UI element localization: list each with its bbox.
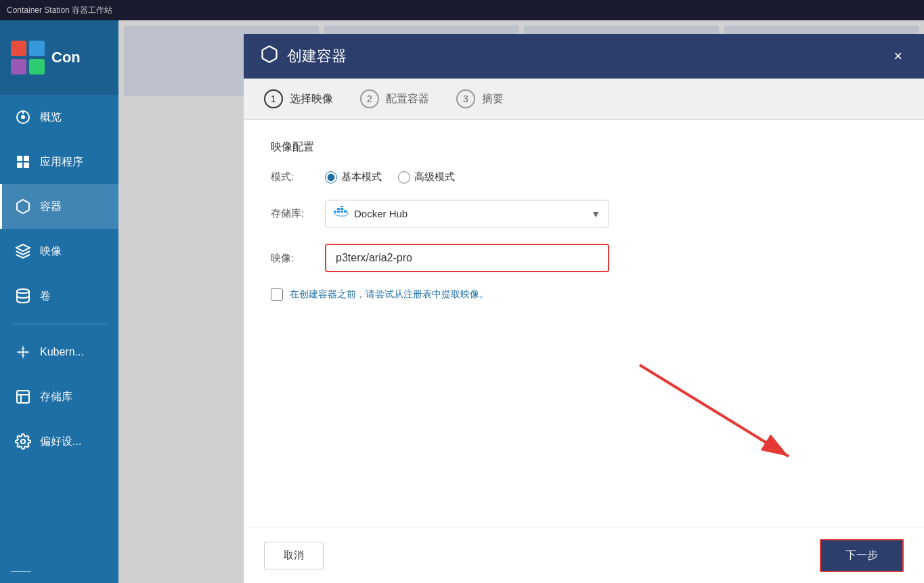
- dialog-title-icon: [260, 45, 279, 68]
- sidebar-item-apps[interactable]: 应用程序: [0, 139, 118, 184]
- chevron-down-icon: ▼: [591, 209, 600, 219]
- svg-point-5: [21, 115, 25, 119]
- sidebar-item-preferences[interactable]: 偏好设...: [0, 419, 118, 464]
- dialog: 创建容器 × 1 选择映像 2 配置容器 3 摘要: [244, 34, 924, 583]
- overview-icon: [13, 107, 33, 127]
- sidebar-label-apps: 应用程序: [40, 155, 83, 169]
- step-1: 1 选择映像: [264, 89, 333, 108]
- steps-bar: 1 选择映像 2 配置容器 3 摘要: [244, 79, 924, 120]
- checkbox-label[interactable]: 在创建容器之前，请尝试从注册表中提取映像。: [290, 288, 489, 301]
- sidebar-divider: [11, 324, 108, 324]
- mode-control: 基本模式 高级模式: [325, 171, 897, 183]
- sidebar-label-overview: 概览: [40, 110, 62, 125]
- titlebar-text: Container Station 容器工作站: [7, 5, 112, 16]
- svg-rect-0: [11, 41, 26, 56]
- dialog-footer: 取消 下一步: [244, 527, 924, 583]
- image-label: 映像:: [271, 252, 325, 265]
- sidebar-label-kubernetes: Kubern...: [40, 346, 84, 358]
- step-3: 3 摘要: [456, 89, 504, 108]
- svg-rect-19: [337, 211, 340, 213]
- sidebar-item-images[interactable]: 映像: [0, 229, 118, 274]
- svg-rect-9: [17, 163, 22, 168]
- titlebar: Container Station 容器工作站: [0, 0, 924, 20]
- main-content: 创建容器 × 1 选择映像 2 配置容器 3 摘要: [118, 20, 924, 583]
- arrow-annotation: [626, 351, 816, 473]
- registry-row: 存储库:: [271, 200, 897, 228]
- sidebar-label-images: 映像: [40, 244, 62, 259]
- logo-icon: [11, 41, 45, 74]
- svg-point-17: [21, 439, 25, 444]
- svg-rect-18: [334, 211, 336, 213]
- svg-marker-11: [16, 244, 30, 251]
- image-input-wrapper: [325, 244, 609, 272]
- radio-advanced-label: 高级模式: [414, 171, 455, 183]
- dialog-body: 映像配置 模式: 基本模式 高级模式: [244, 120, 924, 527]
- step-3-label: 摘要: [482, 92, 504, 106]
- sidebar-item-containers[interactable]: 容器: [0, 184, 118, 229]
- kubernetes-icon: [13, 342, 33, 362]
- registry-icon: [13, 387, 33, 407]
- step-1-number: 1: [264, 89, 283, 108]
- svg-line-26: [640, 365, 789, 456]
- registry-select-text: Docker Hub: [354, 208, 591, 219]
- sidebar-item-kubernetes[interactable]: Kubern...: [0, 330, 118, 374]
- svg-rect-10: [24, 163, 29, 168]
- svg-point-12: [17, 289, 29, 293]
- sidebar-item-overview[interactable]: 概览: [0, 95, 118, 139]
- svg-rect-3: [29, 59, 45, 74]
- sidebar-label-registry: 存储库: [40, 390, 72, 404]
- svg-rect-14: [17, 391, 29, 403]
- section-title: 映像配置: [271, 140, 897, 154]
- step-2: 2 配置容器: [360, 89, 429, 108]
- next-button[interactable]: 下一步: [820, 539, 904, 572]
- cancel-button[interactable]: 取消: [264, 542, 324, 569]
- logo-text: Con: [51, 49, 81, 66]
- svg-rect-7: [17, 156, 22, 161]
- docker-icon: [334, 206, 349, 221]
- svg-rect-22: [337, 208, 340, 210]
- svg-rect-1: [29, 41, 45, 56]
- radio-advanced[interactable]: 高级模式: [398, 171, 455, 183]
- image-control: [325, 244, 897, 272]
- dialog-title: 创建容器: [260, 45, 347, 68]
- step-2-label: 配置容器: [386, 92, 429, 106]
- step-1-label: 选择映像: [290, 92, 333, 106]
- sidebar-label-containers: 容器: [40, 200, 62, 214]
- svg-rect-2: [11, 59, 26, 74]
- radio-advanced-input[interactable]: [398, 171, 410, 183]
- sidebar-item-volumes[interactable]: 卷: [0, 274, 118, 318]
- preferences-icon: [13, 431, 33, 452]
- sidebar-item-registry[interactable]: 存储库: [0, 374, 118, 419]
- apps-icon: [13, 152, 33, 172]
- registry-control: Docker Hub ▼: [325, 200, 897, 228]
- mode-row: 模式: 基本模式 高级模式: [271, 171, 897, 183]
- sidebar-logo: Con: [0, 20, 118, 95]
- sidebar: Con 概览 应用程序 容器 映像: [0, 20, 118, 583]
- sidebar-label-preferences: 偏好设...: [40, 435, 81, 449]
- step-2-number: 2: [360, 89, 379, 108]
- dialog-title-text: 创建容器: [287, 46, 347, 66]
- fetch-image-checkbox[interactable]: [271, 288, 283, 301]
- app-container: Con 概览 应用程序 容器 映像: [0, 20, 924, 583]
- radio-basic[interactable]: 基本模式: [325, 171, 382, 183]
- images-icon: [13, 241, 33, 261]
- svg-rect-24: [340, 206, 343, 207]
- registry-select[interactable]: Docker Hub ▼: [325, 200, 609, 228]
- checkbox-row: 在创建容器之前，请尝试从注册表中提取映像。: [271, 288, 897, 301]
- volumes-icon: [13, 286, 33, 306]
- svg-rect-20: [340, 211, 343, 213]
- dialog-header: 创建容器 ×: [244, 34, 924, 79]
- svg-rect-8: [24, 156, 29, 161]
- registry-label: 存储库:: [271, 207, 325, 220]
- containers-icon: [13, 196, 33, 217]
- image-row: 映像:: [271, 244, 897, 272]
- sidebar-minimize: [11, 571, 31, 572]
- svg-point-13: [22, 351, 24, 353]
- sidebar-label-volumes: 卷: [40, 289, 51, 303]
- radio-basic-input[interactable]: [325, 171, 337, 183]
- step-3-number: 3: [456, 89, 475, 108]
- mode-label: 模式:: [271, 171, 325, 183]
- radio-basic-label: 基本模式: [341, 171, 382, 183]
- dialog-close-button[interactable]: ×: [888, 46, 908, 66]
- image-input[interactable]: [326, 245, 608, 271]
